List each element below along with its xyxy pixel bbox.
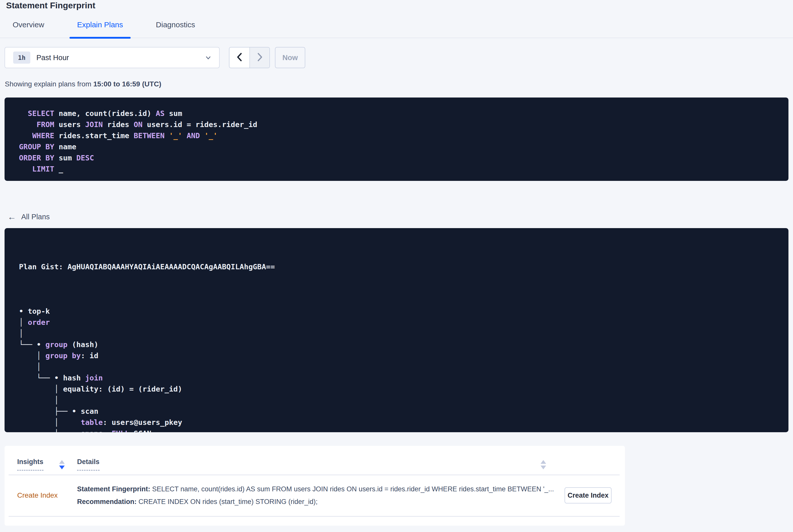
- chevron-down-icon: [204, 53, 212, 62]
- code-line: [19, 294, 783, 306]
- insights-table-card: Insights Details Create Index Statement …: [4, 446, 625, 526]
- statement-fingerprint-line: Statement Fingerprint: SELECT name, coun…: [77, 483, 554, 495]
- code-line: │: [19, 395, 783, 406]
- all-plans-link[interactable]: ← All Plans: [7, 212, 50, 222]
- code-line: └── • group (hash): [19, 339, 783, 350]
- plan-tree: • top-k│ order│└── • group (hash) │ grou…: [19, 294, 783, 432]
- showing-range-value: 15:00 to 16:59 (UTC): [93, 80, 161, 88]
- details-column-label[interactable]: Details: [77, 458, 99, 471]
- next-time-range-button[interactable]: [249, 48, 269, 68]
- code-line: │ group by: id: [19, 350, 783, 361]
- code-line: WHERE rides.start_time BETWEEN '_' AND '…: [19, 130, 783, 141]
- time-range-label: Past Hour: [36, 54, 69, 62]
- code-line: SELECT name, count(rides.id) AS sum: [19, 108, 783, 119]
- back-arrow-icon: ←: [7, 212, 16, 221]
- previous-time-range-button[interactable]: [229, 48, 249, 68]
- chevron-right-icon: [255, 51, 265, 64]
- code-line: │ spans: FULL SCAN: [19, 428, 783, 432]
- sort-desc-icon: [541, 466, 546, 469]
- sql-statement-box: SELECT name, count(rides.id) AS sum FROM…: [4, 97, 789, 181]
- code-line: FROM users JOIN rides ON users.id = ride…: [19, 119, 783, 130]
- insight-type-link[interactable]: Create Index: [17, 491, 77, 499]
- showing-range-text: Showing explain plans from 15:00 to 16:5…: [5, 80, 793, 88]
- tab-overview[interactable]: Overview: [5, 20, 52, 38]
- all-plans-label: All Plans: [21, 213, 50, 221]
- code-line: │ equality: (id) = (rider_id): [19, 383, 783, 395]
- code-line: GROUP BY name: [19, 141, 783, 152]
- sort-asc-icon: [541, 460, 546, 464]
- tab-diagnostics[interactable]: Diagnostics: [148, 20, 203, 38]
- table-row: Create Index Statement Fingerprint: SELE…: [17, 475, 625, 516]
- time-range-dropdown[interactable]: 1h Past Hour: [4, 47, 220, 68]
- code-line: │ order: [19, 317, 783, 328]
- insights-table-header: Insights Details: [17, 458, 625, 471]
- code-line: │: [19, 328, 783, 339]
- now-button[interactable]: Now: [275, 47, 305, 68]
- code-line: └── • hash join: [19, 372, 783, 383]
- code-line: LIMIT _: [19, 164, 783, 174]
- tab-bar: Overview Explain Plans Diagnostics: [0, 20, 793, 38]
- sort-details-icon[interactable]: [541, 460, 546, 471]
- recommendation-line: Recommendation: CREATE INDEX ON rides (s…: [77, 495, 554, 508]
- create-index-button[interactable]: Create Index: [565, 487, 611, 504]
- insights-column-header: Insights: [17, 458, 77, 471]
- chevron-left-icon: [234, 51, 245, 64]
- page-title: Statement Fingerprint: [6, 0, 793, 11]
- code-line: • top-k: [19, 306, 783, 317]
- code-line: ORDER BY sum DESC: [19, 152, 783, 164]
- plan-gist-line: Plan Gist: AgHUAQIABQAAAHYAQIAiAEAAAADCQ…: [19, 261, 783, 272]
- statement-fingerprint-page: Statement Fingerprint Overview Explain P…: [0, 0, 793, 532]
- time-range-arrows: [229, 47, 270, 68]
- code-line: ├── • scan: [19, 406, 783, 417]
- plan-gist-box: Plan Gist: AgHUAQIABQAAAHYAQIAiAEAAAADCQ…: [4, 228, 789, 432]
- insights-column-label[interactable]: Insights: [17, 458, 43, 471]
- sort-insights-icon[interactable]: [59, 460, 65, 471]
- code-line: │: [19, 361, 783, 372]
- sort-asc-icon: [59, 460, 65, 464]
- time-range-badge: 1h: [13, 52, 30, 64]
- tab-explain-plans[interactable]: Explain Plans: [70, 20, 131, 38]
- sort-desc-icon: [59, 466, 65, 469]
- time-controls: 1h Past Hour Now: [4, 47, 793, 68]
- insight-details-cell: Statement Fingerprint: SELECT name, coun…: [77, 483, 554, 508]
- table-row-divider: [8, 516, 620, 517]
- details-column-header: Details: [77, 458, 625, 471]
- code-line: │ table: users@users_pkey: [19, 417, 783, 428]
